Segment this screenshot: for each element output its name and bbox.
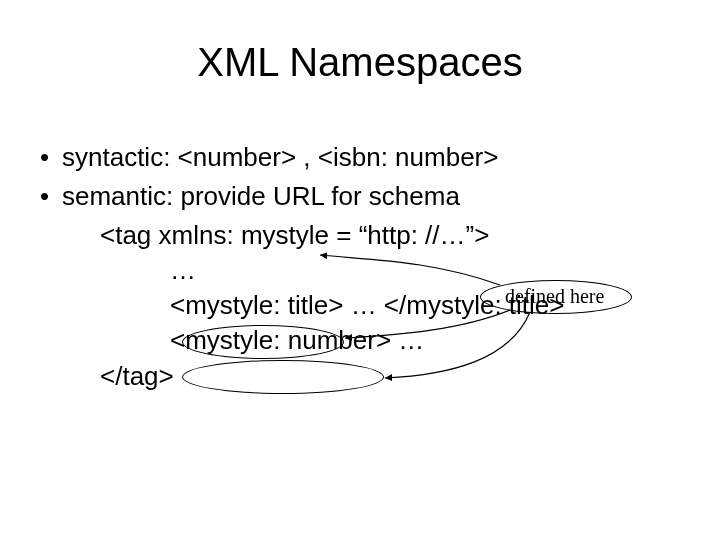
bullet-syntactic-text: syntactic: <number> , <isbn: number> bbox=[62, 142, 498, 172]
slide-body: •syntactic: <number> , <isbn: number> •s… bbox=[40, 140, 690, 394]
code-line-mystyle-number: <mystyle: number> … bbox=[40, 323, 690, 358]
bullet-dot-icon: • bbox=[40, 179, 62, 214]
bullet-syntactic: •syntactic: <number> , <isbn: number> bbox=[40, 140, 690, 175]
annotation-ellipse-title bbox=[182, 325, 344, 359]
code-mystyle-title-open: <mystyle: title> bbox=[170, 290, 343, 320]
code-mystyle-title-mid: … bbox=[343, 290, 383, 320]
annotation-ellipse-number bbox=[182, 360, 384, 394]
callout-defined-here: defined here bbox=[505, 285, 604, 308]
slide: XML Namespaces •syntactic: <number> , <i… bbox=[0, 0, 720, 540]
code-line-open-tag: <tag xmlns: mystyle = “http: //…”> bbox=[40, 218, 690, 253]
bullet-semantic: •semantic: provide URL for schema bbox=[40, 179, 690, 214]
slide-title: XML Namespaces bbox=[0, 40, 720, 85]
bullet-dot-icon: • bbox=[40, 140, 62, 175]
bullet-semantic-text: semantic: provide URL for schema bbox=[62, 181, 460, 211]
